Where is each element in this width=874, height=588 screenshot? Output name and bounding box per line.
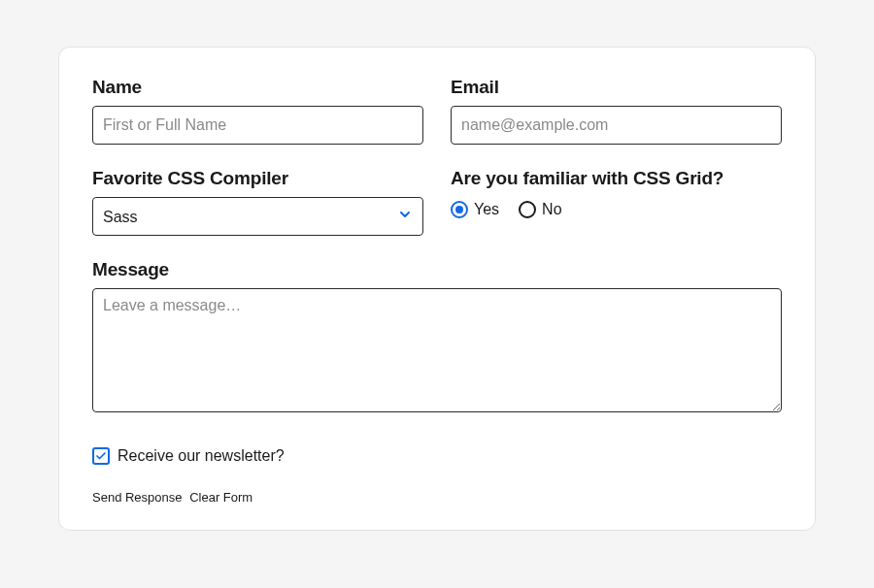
radio-yes-label: Yes: [474, 201, 499, 218]
field-message: Message: [92, 259, 782, 412]
email-label: Email: [451, 77, 782, 98]
grid-label: Are you familiar with CSS Grid?: [451, 168, 782, 189]
radio-no-label: No: [542, 201, 561, 218]
field-compiler: Favorite CSS Compiler Sass: [92, 168, 423, 236]
message-label: Message: [92, 259, 782, 280]
newsletter-checkbox[interactable]: Receive our newsletter?: [92, 447, 782, 465]
radio-icon: [519, 201, 536, 218]
field-grid-familiar: Are you familiar with CSS Grid? Yes No: [451, 168, 782, 236]
clear-button[interactable]: Clear Form: [189, 490, 252, 505]
compiler-select-wrap: Sass: [92, 197, 423, 236]
checkmark-icon: [92, 447, 110, 465]
field-email: Email: [451, 77, 782, 145]
grid-radio-group: Yes No: [451, 197, 782, 218]
radio-no[interactable]: No: [519, 201, 561, 218]
field-newsletter: Receive our newsletter?: [92, 436, 782, 465]
compiler-label: Favorite CSS Compiler: [92, 168, 423, 189]
radio-yes[interactable]: Yes: [451, 201, 499, 218]
compiler-select[interactable]: Sass: [93, 198, 422, 235]
field-name: Name: [92, 77, 423, 145]
message-textarea[interactable]: [92, 288, 782, 412]
name-input[interactable]: [92, 106, 423, 145]
submit-button[interactable]: Send Response: [92, 490, 183, 505]
email-input[interactable]: [451, 106, 782, 145]
form-card: Name Email Favorite CSS Compiler Sass Ar…: [58, 47, 816, 531]
radio-icon: [451, 201, 468, 218]
name-label: Name: [92, 77, 423, 98]
form-actions: Send Response Clear Form: [92, 490, 782, 505]
newsletter-label: Receive our newsletter?: [118, 447, 285, 465]
